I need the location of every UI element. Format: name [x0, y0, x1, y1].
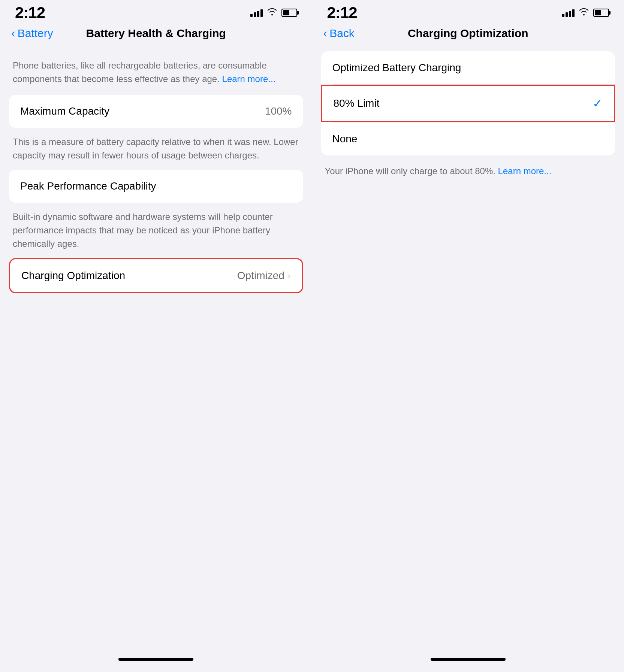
peak-performance-description: Built-in dynamic software and hardware s…	[9, 206, 303, 258]
nav-bar-left: ‹ Battery Battery Health & Charging	[0, 22, 312, 48]
option-80-limit-row[interactable]: 80% Limit ✓	[321, 85, 615, 122]
content-right: Optimized Battery Charging 80% Limit ✓ N…	[312, 48, 624, 658]
optimized-battery-charging-label: Optimized Battery Charging	[332, 62, 461, 74]
chevron-left-icon-right: ‹	[323, 26, 328, 40]
right-screen: 2:12 ‹ Back Char	[312, 0, 624, 672]
left-screen: 2:12 ‹ Battery B	[0, 0, 312, 672]
maximum-capacity-value: 100%	[265, 105, 292, 117]
chevron-right-icon: ›	[287, 270, 291, 282]
back-label-right: Back	[329, 27, 355, 40]
footer-text: Your iPhone will only charge to about 80…	[321, 159, 615, 183]
checkmark-icon: ✓	[593, 96, 603, 111]
status-icons-left	[250, 7, 297, 18]
back-button-right[interactable]: ‹ Back	[323, 26, 355, 40]
wifi-icon-right	[579, 7, 589, 18]
content-left: Phone batteries, like all rechargeable b…	[0, 48, 312, 658]
peak-performance-row: Peak Performance Capability	[9, 170, 303, 203]
option-none-row[interactable]: None	[321, 122, 615, 155]
battery-fill-right	[595, 10, 601, 15]
learn-more-link-footer[interactable]: Learn more...	[498, 166, 552, 176]
status-icons-right	[562, 7, 609, 18]
chevron-left-icon: ‹	[11, 26, 15, 40]
signal-icon-right	[562, 9, 575, 17]
intro-text: Phone batteries, like all rechargeable b…	[9, 51, 303, 95]
maximum-capacity-card: Maximum Capacity 100%	[9, 95, 303, 128]
time-right: 2:12	[327, 4, 357, 22]
status-bar-right: 2:12	[312, 0, 624, 22]
maximum-capacity-description: This is a measure of battery capacity re…	[9, 131, 303, 170]
battery-fill	[283, 10, 289, 15]
optimized-battery-charging-row: Optimized Battery Charging	[321, 51, 615, 84]
charging-optimization-value: Optimized ›	[237, 270, 291, 282]
nav-bar-right: ‹ Back Charging Optimization	[312, 22, 624, 48]
signal-icon	[250, 9, 263, 17]
charging-optimization-card[interactable]: Charging Optimization Optimized ›	[9, 258, 303, 293]
back-label-left: Battery	[18, 27, 53, 40]
wifi-icon	[267, 7, 277, 18]
battery-icon-right	[593, 9, 609, 17]
maximum-capacity-row: Maximum Capacity 100%	[9, 95, 303, 128]
option-80-limit-label: 80% Limit	[334, 97, 380, 109]
status-bar-left: 2:12	[0, 0, 312, 22]
charging-options-group: Optimized Battery Charging 80% Limit ✓ N…	[321, 51, 615, 155]
charging-optimization-label: Charging Optimization	[21, 270, 125, 282]
maximum-capacity-label: Maximum Capacity	[20, 105, 109, 117]
battery-icon	[281, 9, 297, 17]
home-indicator-right	[431, 658, 506, 661]
peak-performance-label: Peak Performance Capability	[20, 180, 156, 192]
learn-more-link-intro[interactable]: Learn more...	[222, 74, 276, 84]
back-button-left[interactable]: ‹ Battery	[11, 26, 53, 40]
page-title-left: Battery Health & Charging	[86, 27, 226, 40]
peak-performance-card: Peak Performance Capability	[9, 170, 303, 203]
time-left: 2:12	[15, 4, 45, 22]
page-title-right: Charging Optimization	[408, 27, 528, 40]
home-indicator-left	[118, 658, 193, 661]
charging-optimization-row[interactable]: Charging Optimization Optimized ›	[10, 259, 302, 292]
option-none-label: None	[332, 133, 358, 145]
